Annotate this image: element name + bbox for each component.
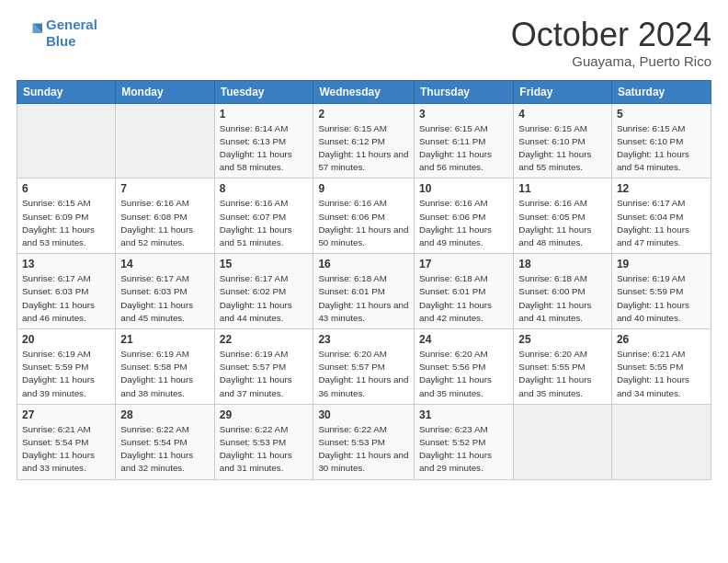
day-number: 1 xyxy=(220,108,309,121)
day-info: Sunrise: 6:16 AMSunset: 6:06 PMDaylight:… xyxy=(318,198,408,247)
calendar-cell: 31 Sunrise: 6:23 AMSunset: 5:52 PMDaylig… xyxy=(415,404,514,479)
day-number: 20 xyxy=(22,333,110,346)
day-of-week-header: Saturday xyxy=(611,80,711,103)
calendar-cell: 19 Sunrise: 6:19 AMSunset: 5:59 PMDaylig… xyxy=(611,254,711,329)
day-info: Sunrise: 6:19 AMSunset: 5:58 PMDaylight:… xyxy=(120,349,193,398)
day-info: Sunrise: 6:15 AMSunset: 6:10 PMDaylight:… xyxy=(617,123,689,173)
day-number: 26 xyxy=(617,333,706,346)
day-info: Sunrise: 6:17 AMSunset: 6:02 PMDaylight:… xyxy=(220,273,292,323)
calendar-week-row: 1 Sunrise: 6:14 AMSunset: 6:13 PMDayligh… xyxy=(17,103,711,178)
day-info: Sunrise: 6:20 AMSunset: 5:57 PMDaylight:… xyxy=(318,349,408,398)
day-of-week-header: Monday xyxy=(116,80,214,103)
calendar-cell: 27 Sunrise: 6:21 AMSunset: 5:54 PMDaylig… xyxy=(17,404,116,479)
day-info: Sunrise: 6:19 AMSunset: 5:57 PMDaylight:… xyxy=(220,349,292,398)
day-info: Sunrise: 6:19 AMSunset: 5:59 PMDaylight:… xyxy=(22,349,95,398)
day-info: Sunrise: 6:16 AMSunset: 6:05 PMDaylight:… xyxy=(518,198,591,247)
calendar-cell: 23 Sunrise: 6:20 AMSunset: 5:57 PMDaylig… xyxy=(313,329,415,405)
calendar-cell: 22 Sunrise: 6:19 AMSunset: 5:57 PMDaylig… xyxy=(214,329,313,405)
day-number: 4 xyxy=(518,108,607,121)
day-number: 2 xyxy=(318,108,409,121)
calendar-cell: 24 Sunrise: 6:20 AMSunset: 5:56 PMDaylig… xyxy=(415,329,514,405)
day-number: 13 xyxy=(22,258,110,270)
calendar-cell: 7 Sunrise: 6:16 AMSunset: 6:08 PMDayligh… xyxy=(116,178,214,254)
day-info: Sunrise: 6:15 AMSunset: 6:09 PMDaylight:… xyxy=(22,198,95,247)
day-info: Sunrise: 6:20 AMSunset: 5:56 PMDaylight:… xyxy=(419,349,492,398)
day-info: Sunrise: 6:21 AMSunset: 5:54 PMDaylight:… xyxy=(22,424,95,474)
calendar-cell: 13 Sunrise: 6:17 AMSunset: 6:03 PMDaylig… xyxy=(17,254,116,329)
calendar-cell: 29 Sunrise: 6:22 AMSunset: 5:53 PMDaylig… xyxy=(214,404,313,479)
day-number: 3 xyxy=(419,108,508,121)
calendar-cell: 12 Sunrise: 6:17 AMSunset: 6:04 PMDaylig… xyxy=(611,178,711,254)
day-info: Sunrise: 6:15 AMSunset: 6:12 PMDaylight:… xyxy=(318,123,408,173)
calendar-cell: 15 Sunrise: 6:17 AMSunset: 6:02 PMDaylig… xyxy=(214,254,313,329)
day-number: 31 xyxy=(419,408,508,421)
day-number: 27 xyxy=(22,408,110,421)
calendar: SundayMondayTuesdayWednesdayThursdayFrid… xyxy=(17,80,711,480)
day-number: 14 xyxy=(120,258,209,270)
calendar-cell: 8 Sunrise: 6:16 AMSunset: 6:07 PMDayligh… xyxy=(214,178,313,254)
day-info: Sunrise: 6:20 AMSunset: 5:55 PMDaylight:… xyxy=(518,349,591,398)
calendar-cell: 11 Sunrise: 6:16 AMSunset: 6:05 PMDaylig… xyxy=(514,178,612,254)
calendar-cell: 9 Sunrise: 6:16 AMSunset: 6:06 PMDayligh… xyxy=(313,178,415,254)
day-info: Sunrise: 6:17 AMSunset: 6:03 PMDaylight:… xyxy=(120,273,193,323)
day-info: Sunrise: 6:18 AMSunset: 6:01 PMDaylight:… xyxy=(419,273,492,323)
day-info: Sunrise: 6:17 AMSunset: 6:03 PMDaylight:… xyxy=(22,273,95,323)
day-info: Sunrise: 6:23 AMSunset: 5:52 PMDaylight:… xyxy=(419,424,492,474)
day-info: Sunrise: 6:21 AMSunset: 5:55 PMDaylight:… xyxy=(617,349,689,398)
day-number: 6 xyxy=(22,182,110,195)
day-number: 22 xyxy=(220,333,309,346)
day-info: Sunrise: 6:17 AMSunset: 6:04 PMDaylight:… xyxy=(617,198,689,247)
calendar-week-row: 13 Sunrise: 6:17 AMSunset: 6:03 PMDaylig… xyxy=(17,254,711,329)
day-number: 25 xyxy=(518,333,607,346)
day-of-week-header: Wednesday xyxy=(313,80,415,103)
day-of-week-header: Tuesday xyxy=(214,80,313,103)
calendar-header-row: SundayMondayTuesdayWednesdayThursdayFrid… xyxy=(17,80,711,103)
day-of-week-header: Thursday xyxy=(415,80,514,103)
calendar-cell: 26 Sunrise: 6:21 AMSunset: 5:55 PMDaylig… xyxy=(611,329,711,405)
calendar-cell: 28 Sunrise: 6:22 AMSunset: 5:54 PMDaylig… xyxy=(116,404,214,479)
calendar-week-row: 20 Sunrise: 6:19 AMSunset: 5:59 PMDaylig… xyxy=(17,329,711,405)
calendar-cell: 14 Sunrise: 6:17 AMSunset: 6:03 PMDaylig… xyxy=(116,254,214,329)
calendar-cell: 5 Sunrise: 6:15 AMSunset: 6:10 PMDayligh… xyxy=(611,103,711,178)
day-info: Sunrise: 6:16 AMSunset: 6:07 PMDaylight:… xyxy=(220,198,292,247)
day-number: 17 xyxy=(419,258,508,270)
location-title: Guayama, Puerto Rico xyxy=(511,53,711,69)
calendar-week-row: 6 Sunrise: 6:15 AMSunset: 6:09 PMDayligh… xyxy=(17,178,711,254)
day-number: 8 xyxy=(220,182,309,195)
day-number: 7 xyxy=(120,182,209,195)
logo: General Blue xyxy=(17,17,97,50)
page-header: General Blue October 2024 Guayama, Puert… xyxy=(17,17,711,69)
day-info: Sunrise: 6:19 AMSunset: 5:59 PMDaylight:… xyxy=(617,273,689,323)
day-number: 21 xyxy=(120,333,209,346)
day-info: Sunrise: 6:22 AMSunset: 5:54 PMDaylight:… xyxy=(120,424,193,474)
logo-text: General Blue xyxy=(46,17,97,50)
day-info: Sunrise: 6:18 AMSunset: 6:01 PMDaylight:… xyxy=(318,273,408,323)
day-number: 19 xyxy=(617,258,706,270)
calendar-cell xyxy=(611,404,711,479)
calendar-cell: 4 Sunrise: 6:15 AMSunset: 6:10 PMDayligh… xyxy=(514,103,612,178)
calendar-cell: 2 Sunrise: 6:15 AMSunset: 6:12 PMDayligh… xyxy=(313,103,415,178)
calendar-cell: 3 Sunrise: 6:15 AMSunset: 6:11 PMDayligh… xyxy=(415,103,514,178)
calendar-cell: 1 Sunrise: 6:14 AMSunset: 6:13 PMDayligh… xyxy=(214,103,313,178)
day-info: Sunrise: 6:15 AMSunset: 6:10 PMDaylight:… xyxy=(518,123,591,173)
calendar-cell: 16 Sunrise: 6:18 AMSunset: 6:01 PMDaylig… xyxy=(313,254,415,329)
day-info: Sunrise: 6:16 AMSunset: 6:08 PMDaylight:… xyxy=(120,198,193,247)
calendar-week-row: 27 Sunrise: 6:21 AMSunset: 5:54 PMDaylig… xyxy=(17,404,711,479)
day-number: 12 xyxy=(617,182,706,195)
calendar-cell: 17 Sunrise: 6:18 AMSunset: 6:01 PMDaylig… xyxy=(415,254,514,329)
title-block: October 2024 Guayama, Puerto Rico xyxy=(511,17,711,69)
day-number: 29 xyxy=(220,408,309,421)
calendar-cell: 21 Sunrise: 6:19 AMSunset: 5:58 PMDaylig… xyxy=(116,329,214,405)
day-of-week-header: Friday xyxy=(514,80,612,103)
day-info: Sunrise: 6:15 AMSunset: 6:11 PMDaylight:… xyxy=(419,123,492,173)
calendar-cell: 25 Sunrise: 6:20 AMSunset: 5:55 PMDaylig… xyxy=(514,329,612,405)
logo-icon xyxy=(17,20,42,46)
calendar-cell xyxy=(17,103,116,178)
day-of-week-header: Sunday xyxy=(17,80,116,103)
day-number: 9 xyxy=(318,182,409,195)
day-number: 10 xyxy=(419,182,508,195)
calendar-cell xyxy=(514,404,612,479)
day-info: Sunrise: 6:18 AMSunset: 6:00 PMDaylight:… xyxy=(518,273,591,323)
day-info: Sunrise: 6:14 AMSunset: 6:13 PMDaylight:… xyxy=(220,123,292,173)
day-number: 23 xyxy=(318,333,409,346)
